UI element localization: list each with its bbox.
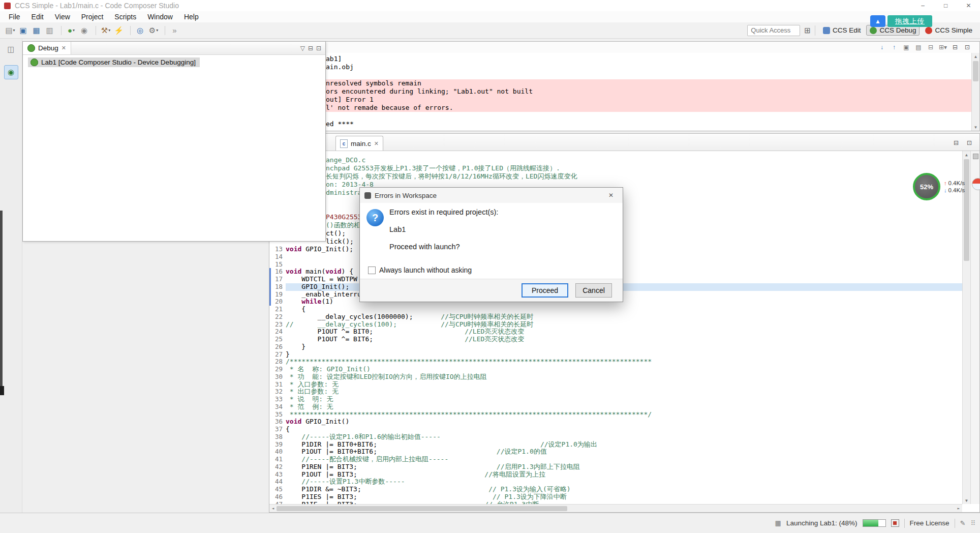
always-launch-checkbox[interactable] [368,266,376,274]
code-line[interactable]: 44 //-----设置P1.3中断参数----- [269,478,962,486]
drag-upload-button[interactable]: 拖拽上传 [887,15,932,27]
code-line[interactable]: 29 * 名 称: GPIO_Init() [269,366,962,373]
code-line[interactable]: 30 * 功 能: 设定按键和LED控制IO的方向，启用按键IO的上拉电阻 [269,373,962,381]
menu-item[interactable]: Help [178,12,204,22]
tab-debug[interactable]: Debug ✕ [23,42,71,54]
close-icon[interactable]: ✕ [599,188,623,203]
console-scrollbar[interactable]: ▲ ▼ [971,53,979,131]
code-line[interactable]: 28/*************************************… [269,358,962,366]
code-line[interactable]: 31 * 入口参数: 无 [269,381,962,389]
debug-launch-item[interactable]: Lab1 [Code Composer Studio - Device Debu… [28,57,200,67]
code-line[interactable]: 27} [269,351,962,359]
code-line[interactable]: 43 P1OUT |= BIT3; //将电阻设置为上拉 [269,471,962,479]
editor-vscrollbar[interactable]: ▲ ▼ [962,151,970,504]
menu-item[interactable]: View [49,12,76,22]
view-menu-icon[interactable]: ▽ [300,45,305,52]
toolbar-icon[interactable] [59,24,63,37]
overview-ruler[interactable] [970,151,979,504]
scroll-to-bottom-icon[interactable]: ↓ [877,43,887,52]
maximize-button[interactable]: □ [934,0,957,11]
minimize-icon[interactable]: ⊟ [308,45,313,52]
code-line[interactable]: 46 P1IES |= BIT3; // P1.3设为下降沿中断 [269,493,962,501]
menu-item[interactable]: Scripts [109,12,142,22]
close-icon[interactable]: ✕ [62,45,66,51]
editor-hscrollbar[interactable]: ◄ ► [269,504,962,512]
code-line[interactable]: 21 { [269,306,962,313]
toolbar-icon[interactable] [128,24,132,37]
menu-item[interactable]: Project [76,12,109,22]
scrollbar-thumb[interactable] [277,506,567,511]
scroll-down-icon[interactable]: ▼ [972,124,979,131]
close-button[interactable]: ✕ [957,0,980,11]
debug-icon[interactable]: ●▾ [65,24,77,37]
maximize-view-icon[interactable]: ⊡ [962,43,972,52]
toolbar-icon[interactable] [163,24,167,37]
code-line-fragment[interactable]: ange_DCO.c [326,156,959,164]
code-line[interactable]: 25 P1OUT ^= BIT6; //LED亮灭状态改变 [269,336,962,343]
code-line[interactable]: 23// __delay_cycles(100); //与CPU时钟频率相关的长… [269,321,962,329]
print-icon[interactable]: ▥ [44,24,56,37]
dialog-title-bar[interactable]: Errors in Workspace ✕ [360,188,623,203]
pin-console-icon[interactable]: ▣ [901,43,911,52]
cancel-button[interactable]: Cancel [575,283,612,298]
new-file-icon[interactable]: ▤▾ [4,24,16,37]
scroll-to-top-icon[interactable]: ↑ [889,43,899,52]
code-line[interactable]: 32 * 出口参数: 无 [269,388,962,396]
perspective-button[interactable]: CCS Edit [819,25,865,36]
code-line[interactable]: 41 //-----配合机械按键，启用内部上拉电阻----- [269,456,962,463]
code-line[interactable]: 33 * 说 明: 无 [269,396,962,403]
tab-main-c[interactable]: c main.c ✕ [335,136,383,151]
quick-access-input[interactable]: Quick Access [747,25,800,36]
save-icon[interactable]: ▣ [17,24,29,37]
scroll-down-icon[interactable]: ▼ [963,497,970,504]
toolbar-icon[interactable] [94,24,98,37]
open-perspective-icon[interactable]: ⊞ [804,26,811,35]
minimize-button[interactable]: – [911,0,934,11]
progress-detail-icon[interactable] [891,519,899,527]
close-icon[interactable]: ✕ [374,140,379,147]
scroll-up-icon[interactable]: ▲ [963,151,970,158]
code-line-fragment[interactable]: nchpad G2553开发板上P1.3接了一个按键，P1.0接了LED（用跳线… [326,164,959,172]
code-line[interactable]: 42 P1REN |= BIT3; //启用P1.3内部上下拉电阻 [269,463,962,471]
scroll-right-icon[interactable]: ► [955,506,962,511]
title-bar[interactable]: CCS Simple - Lab1/main.c - Code Composer… [0,0,980,12]
minimize-view-icon[interactable]: ⊟ [950,43,960,52]
code-line[interactable]: 24 P1OUT ^= BIT0; //LED亮灭状态改变 [269,328,962,336]
resize-grip-icon[interactable]: ⠿ [970,519,975,527]
scroll-left-icon[interactable]: ◄ [269,506,277,511]
save-all-icon[interactable]: ▦ [30,24,43,37]
overview-marker[interactable] [973,154,978,159]
build-icon[interactable]: ⚒▾ [100,24,112,37]
code-line[interactable]: 45 P1DIR &= ~BIT3; // P1.3设为输入(可省略) [269,486,962,493]
code-line[interactable]: 26 } [269,343,962,351]
proceed-button[interactable]: Proceed [522,283,568,298]
connect-target-icon[interactable]: ◉ [78,24,90,37]
search-icon[interactable]: ◎ [134,24,146,37]
code-line[interactable]: 35 *************************************… [269,411,962,419]
debug-view-icon[interactable]: ◉ [4,65,18,79]
restore-panel-icon[interactable]: ◫ [5,43,18,56]
code-line[interactable]: 34 * 范 例: 无 [269,403,962,411]
code-line[interactable]: 38 //-----设定P1.0和P1.6的输出初始值----- [269,433,962,441]
flash-icon[interactable]: ⚡ [113,24,125,37]
code-line[interactable]: 39 P1DIR |= BIT0+BIT6; //设定P1.0为输出 [269,441,962,449]
menu-item[interactable]: Window [142,12,178,22]
scrollbar-thumb[interactable] [973,61,978,81]
code-line[interactable]: 22 __delay_cycles(1000000); //与CPU时钟频率相关… [269,313,962,321]
upload-icon[interactable]: ▲ [870,15,885,27]
code-line-fragment[interactable]: 长短判闪烁，每次按下按键后，将时钟按1/8/12/16MHz循环改变，LED闪烁… [326,172,959,181]
scroll-up-icon[interactable]: ▲ [972,53,979,60]
minimize-view-icon[interactable]: ⊟ [951,138,961,147]
run-config-icon[interactable]: ⚙▾ [147,24,160,37]
maximize-view-icon[interactable]: ⊡ [964,138,974,147]
code-line[interactable]: 36void GPIO_Init() [269,418,962,426]
clear-console-icon[interactable]: ▤ [913,43,924,52]
open-console-icon[interactable]: ⊞▾ [938,43,948,52]
overflow-icon[interactable]: » [169,24,181,37]
scroll-lock-icon[interactable]: ⊟ [926,43,936,52]
maximize-icon[interactable]: ⊡ [316,45,321,52]
menu-item[interactable]: File [3,12,26,22]
code-line[interactable]: 37{ [269,426,962,433]
menu-item[interactable]: Edit [26,12,49,22]
code-line[interactable]: 40 P1OUT |= BIT0+BIT6; //设定P1.0的值 [269,448,962,456]
